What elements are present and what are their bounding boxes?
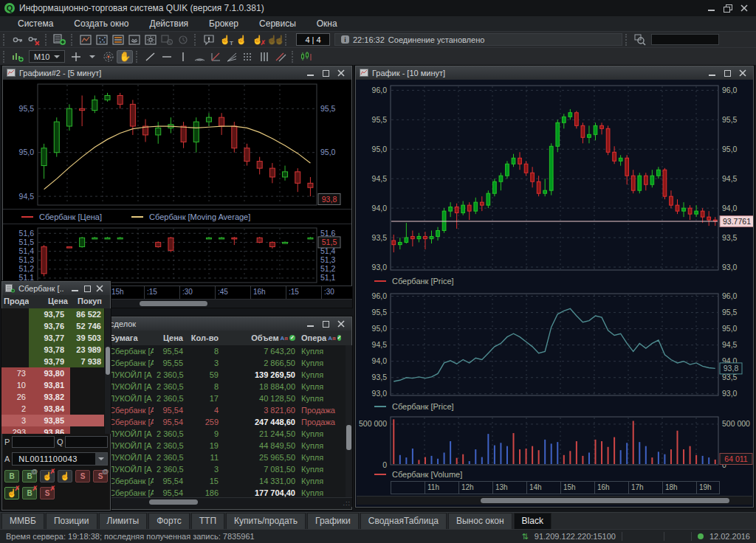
chart-window-icon[interactable] [78,33,94,46]
pan-hand-tool[interactable]: ✋ [117,50,133,63]
orderbook-row[interactable]: 1093,81 [1,379,111,391]
tab-Вынос окон[interactable]: Вынос окон [448,513,512,529]
trade-row[interactable]: ЛУКОЙЛ [А2 360,51944 849,50Купля [106,440,352,452]
window-close-button[interactable] [337,69,346,77]
left-main-chart[interactable]: 95,595,595,095,094,594,593,8 [2,80,352,209]
menu-Сервисы[interactable]: Сервисы [249,17,306,30]
right-chart-titlebar[interactable]: График - [10 минут] [355,66,754,80]
app-close-button[interactable] [740,4,749,12]
tab-ТТП[interactable]: ТТП [191,513,224,529]
fibonacci-arcs-tool[interactable] [191,50,207,63]
toolbar-grip[interactable] [285,34,289,46]
crosshair-icon[interactable] [68,50,84,63]
trendline-tool[interactable] [142,50,159,63]
tab-ММВБ[interactable]: ММВБ [1,513,44,529]
window-maximize-button[interactable] [724,70,731,77]
orderbook-row[interactable]: 393,85 [1,415,111,426]
trade-row[interactable]: Сбербанк [А95,54259247 448,60Продажа [106,416,352,428]
new-chart-icon[interactable] [10,50,26,63]
trades-col-Цена[interactable]: Цена [154,333,186,342]
toolbar-grip[interactable] [71,34,75,46]
order-stop-icon[interactable]: ☝T [217,33,233,46]
right-chart-hscrollbar[interactable] [357,496,752,505]
toolbar-grip[interactable] [625,34,629,46]
orderbook-row[interactable]: 7393,80 [1,367,111,379]
target-icon[interactable] [100,50,117,63]
order-icon[interactable]: ☝ [233,33,250,46]
orderbook-row[interactable]: 93,797 938 [1,356,111,367]
scrollbar-thumb[interactable] [140,301,207,306]
buy-button[interactable]: B✗ [22,487,37,499]
parallel-lines-tool[interactable] [272,50,289,63]
toolbar-grip[interactable] [45,34,49,46]
trade-row[interactable]: Сбербанк [А95,541514 331,00Купля [106,475,352,487]
buy-button[interactable]: B@ [22,470,37,483]
tab-Фортс[interactable]: Фортс [148,513,190,529]
window-close-button[interactable] [337,320,346,328]
toolbar-grip[interactable] [3,34,7,46]
fibonacci-retracement-tool[interactable] [207,50,224,63]
orderbook-row[interactable]: 293,84 [1,403,111,415]
trades-vscrollbar[interactable] [346,345,352,497]
deal-window-icon[interactable] [126,33,142,46]
window-minimize-button[interactable] [708,69,717,77]
tab-Позиции[interactable]: Позиции [46,513,97,529]
window-maximize-button[interactable] [323,70,329,77]
menu-Система[interactable]: Система [7,17,63,30]
scrollbar-thumb[interactable] [481,498,729,503]
orderbook-col-2[interactable]: Покуп [70,295,104,308]
window-minimize-button[interactable] [71,285,80,292]
toolbar-grip[interactable] [3,51,7,63]
orderbook-row[interactable]: 93,7652 746 [1,320,111,332]
left-sub-chart[interactable]: 51,651,651,551,551,451,451,351,351,251,2… [2,224,352,286]
window-close-button[interactable] [95,285,104,292]
toolbar-grip[interactable] [292,51,295,63]
disconnect-key-icon[interactable] [26,33,42,46]
orderbook-col-0[interactable]: Прода [1,295,29,308]
buy-button[interactable]: B [4,470,19,483]
new-table-icon[interactable] [52,33,68,46]
table-list-icon[interactable] [110,33,126,46]
trade-row[interactable]: ЛУКОЙЛ [А2 360,5921 244,50Купля [106,428,352,440]
orderbook-vscrollbar[interactable] [105,308,111,434]
connect-key-icon[interactable] [10,33,26,46]
tab-Графики[interactable]: Графики [307,513,359,529]
message-icon[interactable] [201,33,217,46]
account-select[interactable]: NL0011100043 [12,452,108,466]
sell-button[interactable]: S@ [93,470,108,483]
orderbook-titlebar[interactable]: Сбербанк [... [1,281,111,295]
resize-grip-icon[interactable]: .:: [343,499,351,507]
window-close-button[interactable] [738,69,747,77]
toolbar-grip[interactable] [136,51,140,63]
horizontal-grid-tool[interactable] [240,50,256,63]
tab-Black[interactable]: Black [514,513,551,529]
sell-button[interactable]: S✗ [40,487,55,499]
orderbook-col-1[interactable]: Цена [29,295,70,308]
trades-col-Кол-во[interactable]: Кол-во [186,333,221,342]
tab-СводнаяТаблица[interactable]: СводнаяТаблица [360,513,447,529]
vertical-grid-tool[interactable] [256,50,272,63]
search-icon[interactable] [632,33,648,46]
trade-row[interactable]: ЛУКОЙЛ [А2 360,51740 128,50Купля [106,392,352,404]
qty-input[interactable] [65,436,108,448]
menu-Действия[interactable]: Действия [140,17,199,30]
price-input[interactable] [12,436,55,448]
window-maximize-button[interactable] [84,286,91,292]
trade-row[interactable]: ЛУКОЙЛ [А2 360,5818 884,00Купля [106,381,352,392]
right-line-chart[interactable]: 96,096,095,595,595,095,094,594,594,094,0… [355,288,754,400]
trade-row[interactable]: ЛУКОЙЛ [А2 360,537 081,50Купля [106,463,352,475]
hand-order-button[interactable]: ☝✗ [4,487,19,499]
menu-Окна[interactable]: Окна [306,17,348,30]
settings-window-icon[interactable] [142,33,159,46]
vertical-line-tool[interactable] [175,50,191,63]
orderbook-row[interactable]: 2693,82 [1,391,111,403]
orderbook-row[interactable]: 93,7586 522 [1,308,111,320]
quotes-window-icon[interactable] [94,33,110,46]
candles-icon[interactable] [298,50,315,63]
window-minimize-button[interactable] [306,320,315,328]
trades-col-Объем[interactable]: ОбъемAя✓ [221,333,298,342]
trades-hscrollbar[interactable]: .:: [106,497,352,507]
fibonacci-fan-tool[interactable] [224,50,240,63]
window-minimize-button[interactable] [306,69,315,77]
search-input[interactable] [651,34,719,45]
